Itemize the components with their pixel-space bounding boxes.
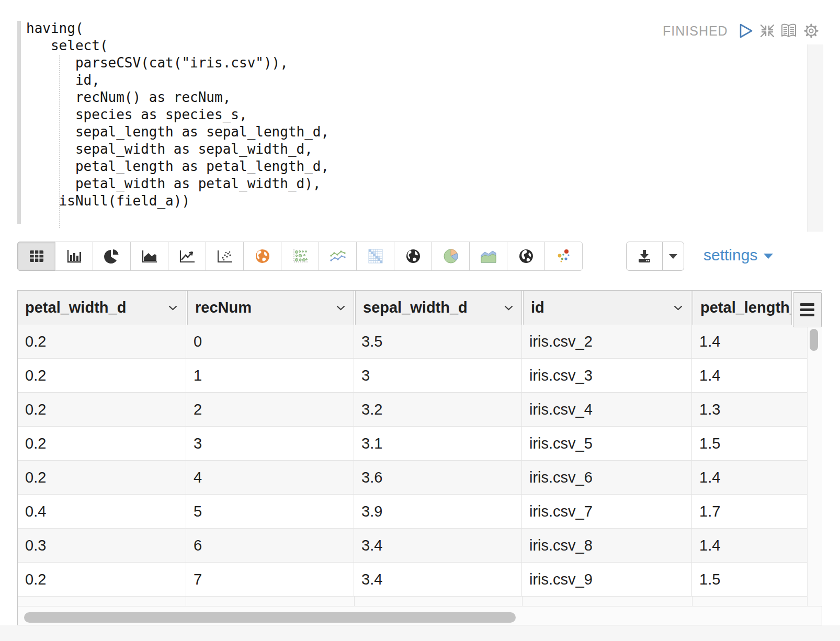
download-icon — [637, 249, 652, 264]
chart-type-scatter-colored-button[interactable] — [544, 242, 583, 271]
table-row: 0.273.4iris.csv_91.5 — [18, 563, 808, 597]
table-cell: 3.1 — [354, 427, 522, 460]
chart-type-area-button[interactable] — [130, 242, 168, 271]
chart-type-map-button[interactable] — [243, 242, 281, 271]
chart-type-bubble-button[interactable] — [281, 242, 319, 271]
bubble-chart-icon — [292, 248, 309, 264]
run-button[interactable] — [737, 22, 755, 40]
editor-gutter — [17, 21, 21, 224]
chart-type-scatter-button[interactable] — [206, 242, 244, 271]
table-cell: 1.7 — [692, 495, 807, 528]
download-button[interactable] — [626, 242, 663, 271]
vertical-scrollbar-thumb[interactable] — [810, 329, 818, 351]
chart-type-toolbar — [17, 242, 583, 271]
result-table: petal_width_d recNum sepal_width_d id pe… — [17, 290, 822, 625]
table-cell: 3.2 — [354, 393, 522, 426]
editor-scrollbar-track[interactable] — [807, 44, 823, 232]
line-chart-icon — [179, 249, 196, 264]
pie-chart-pastel-icon — [442, 248, 459, 265]
chart-type-globe-dark-button[interactable] — [394, 242, 432, 271]
show-editor-button[interactable] — [780, 22, 798, 40]
table-cell: 6 — [186, 529, 354, 562]
column-header-petal-length[interactable]: petal_length_d — [693, 291, 792, 325]
column-label: sepal_width_d — [363, 299, 468, 316]
chart-type-multiline-button[interactable] — [319, 242, 357, 271]
area-chart-icon — [141, 249, 158, 264]
stacked-area-chart-icon — [480, 249, 497, 264]
table-cell: 0.2 — [18, 427, 186, 460]
table-row: 0.233.1iris.csv_51.5 — [18, 427, 808, 461]
caret-down-icon — [669, 254, 677, 259]
column-label: recNum — [195, 299, 252, 316]
table-row: 0.363.4iris.csv_81.4 — [18, 529, 808, 563]
table-header-row: petal_width_d recNum sepal_width_d id pe… — [18, 291, 793, 325]
column-header-sepal-width[interactable]: sepal_width_d — [355, 291, 522, 325]
table-cell: iris.csv_5 — [522, 427, 692, 460]
table-cell: 7 — [186, 563, 354, 596]
table-cell: iris.csv_2 — [522, 325, 692, 358]
table-cell: 0 — [186, 325, 354, 358]
chevron-down-icon[interactable] — [168, 305, 177, 311]
table-cell: iris.csv_8 — [522, 529, 692, 562]
column-label: petal_width_d — [25, 299, 126, 316]
horizontal-scrollbar-thumb[interactable] — [24, 612, 516, 623]
table-cell: 0.2 — [18, 359, 186, 392]
table-cell: 0.2 — [18, 563, 186, 596]
table-cell: 3.9 — [354, 495, 522, 528]
paragraph-status: FINISHED — [663, 24, 728, 39]
column-header-recnum[interactable]: recNum — [187, 291, 354, 325]
play-icon — [737, 22, 755, 40]
table-menu-button[interactable] — [793, 292, 822, 327]
table-cell: iris.csv_7 — [522, 495, 692, 528]
chart-type-bar-button[interactable] — [55, 242, 93, 271]
globe-orange-icon — [255, 248, 270, 264]
table-row: 0.223.2iris.csv_41.3 — [18, 393, 808, 427]
table-cell: 0.3 — [18, 529, 186, 562]
chevron-down-icon[interactable] — [674, 305, 683, 311]
chart-type-table-button[interactable] — [17, 242, 55, 271]
table-cell: 1.4 — [692, 529, 807, 562]
table-row: 0.213iris.csv_31.4 — [18, 359, 808, 393]
table-cell: iris.csv_6 — [522, 461, 692, 494]
table-cell: 1 — [186, 359, 354, 392]
globe-dark-2-icon — [518, 248, 534, 264]
pie-chart-icon — [104, 248, 120, 264]
table-cell: 1.5 — [692, 563, 807, 596]
partial-row — [18, 597, 808, 606]
table-cell: 3.6 — [354, 461, 522, 494]
scatter-colored-icon — [555, 248, 572, 265]
chart-type-stacked-area-button[interactable] — [469, 242, 507, 271]
paragraph-settings-button[interactable] — [802, 22, 820, 40]
collapse-button[interactable] — [758, 22, 776, 40]
chart-type-globe-dark2-button[interactable] — [507, 242, 545, 271]
download-options-button[interactable] — [662, 242, 684, 271]
column-header-petal-width[interactable]: petal_width_d — [18, 291, 186, 325]
code-editor[interactable]: having( select( parseCSV(cat("iris.csv")… — [26, 20, 329, 210]
table-cell: 2 — [186, 393, 354, 426]
book-icon — [780, 22, 798, 40]
table-cell: 1.3 — [692, 393, 807, 426]
table-cell: 0.2 — [18, 325, 186, 358]
table-row: 0.453.9iris.csv_71.7 — [18, 495, 808, 529]
download-button-group — [626, 242, 684, 271]
chevron-down-icon[interactable] — [336, 305, 345, 311]
vertical-scrollbar-track[interactable] — [807, 325, 822, 606]
chart-type-line-button[interactable] — [168, 242, 206, 271]
gear-icon — [802, 22, 820, 40]
chart-type-pie-button[interactable] — [93, 242, 131, 271]
chevron-down-icon[interactable] — [504, 305, 513, 311]
column-header-id[interactable]: id — [523, 291, 691, 325]
page-background-strip — [0, 625, 840, 641]
table-cell: iris.csv_4 — [522, 393, 692, 426]
table-cell: 1.4 — [692, 359, 807, 392]
chart-type-heatmap-button[interactable] — [356, 242, 394, 271]
bar-chart-icon — [66, 249, 82, 264]
table-cell: 0.2 — [18, 393, 186, 426]
settings-link[interactable]: settings — [703, 246, 773, 264]
multi-line-chart-icon — [329, 249, 347, 263]
table-cell: 1.4 — [692, 461, 807, 494]
zeppelin-paragraph: having( select( parseCSV(cat("iris.csv")… — [0, 0, 840, 641]
table-cell: 0.4 — [18, 495, 186, 528]
chart-type-pie-pastel-button[interactable] — [432, 242, 470, 271]
table-icon — [29, 249, 44, 263]
